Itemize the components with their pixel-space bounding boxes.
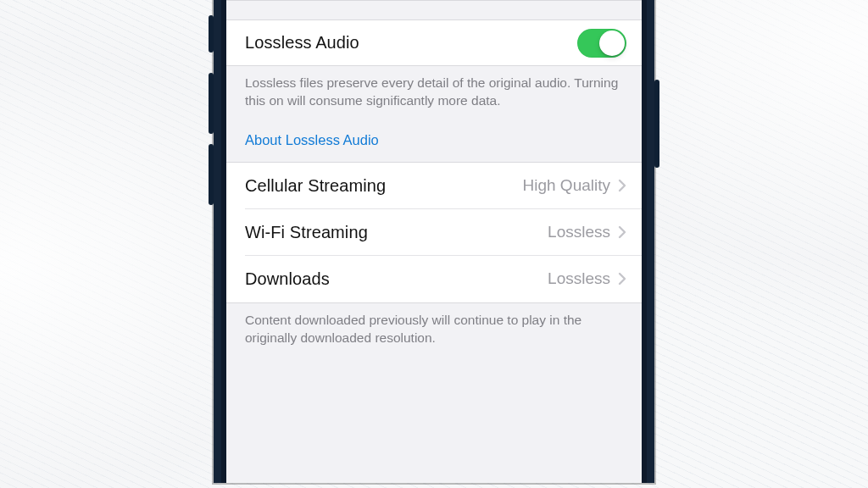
downloads-label: Downloads: [245, 269, 330, 289]
volume-up-button: [209, 73, 214, 134]
downloads-note: Content downloaded previously will conti…: [226, 303, 642, 358]
chevron-right-icon: [618, 225, 626, 239]
device-frame: Lossless Audio Lossless files preserve e…: [214, 0, 654, 483]
chevron-right-icon: [618, 179, 626, 192]
about-lossless-link[interactable]: About Lossless Audio: [245, 132, 379, 147]
wifi-streaming-row[interactable]: Wi-Fi Streaming Lossless: [226, 209, 642, 256]
chevron-right-icon: [618, 272, 626, 286]
cellular-streaming-value: High Quality: [523, 176, 611, 195]
lossless-audio-label: Lossless Audio: [245, 33, 359, 53]
downloads-row[interactable]: Downloads Lossless: [226, 256, 642, 302]
lossless-audio-toggle[interactable]: [577, 29, 626, 58]
side-button: [209, 15, 214, 53]
wifi-streaming-value: Lossless: [548, 223, 610, 241]
quality-group: Cellular Streaming High Quality Wi-Fi St…: [226, 162, 642, 303]
screen: Lossless Audio Lossless files preserve e…: [226, 0, 642, 483]
cellular-streaming-label: Cellular Streaming: [245, 176, 386, 196]
downloads-value: Lossless: [548, 269, 610, 288]
lossless-description: Lossless files preserve every detail of …: [226, 66, 642, 120]
lossless-audio-row[interactable]: Lossless Audio: [226, 19, 642, 66]
volume-down-button: [209, 144, 214, 205]
wifi-streaming-label: Wi-Fi Streaming: [245, 223, 368, 242]
power-button: [654, 80, 659, 168]
lossless-learn-more-row: About Lossless Audio: [226, 120, 642, 162]
section-gap: [226, 1, 642, 19]
toggle-knob: [599, 30, 625, 56]
cellular-streaming-row[interactable]: Cellular Streaming High Quality: [226, 163, 642, 209]
